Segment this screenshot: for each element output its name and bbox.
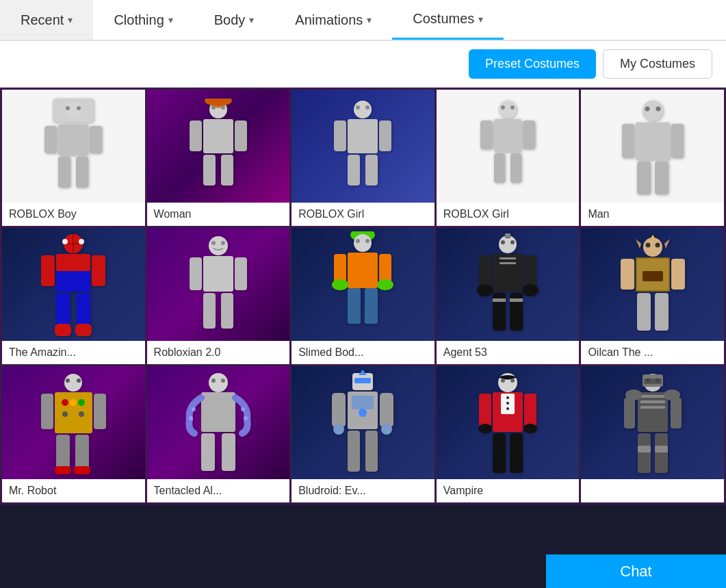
svg-point-156 [510,379,515,383]
svg-rect-32 [494,153,505,183]
svg-rect-118 [74,466,90,474]
svg-rect-83 [479,255,491,288]
nav-label-body: Body [214,12,246,28]
costume-item-roblox-girl[interactable]: ROBLOX Girl [291,90,435,226]
svg-rect-107 [55,392,92,433]
svg-point-120 [77,379,81,383]
costume-item-last[interactable] [581,366,724,502]
costume-label-last [581,479,724,490]
svg-point-130 [221,379,225,383]
preset-costumes-button[interactable]: Preset Costumes [469,49,596,79]
svg-rect-63 [221,293,233,329]
svg-point-58 [209,236,228,255]
chevron-down-icon: ▾ [249,14,254,25]
nav-item-body[interactable]: Body ▾ [194,0,275,40]
costume-item-bludroid[interactable]: Bludroid: Ev... [291,366,435,502]
svg-point-27 [365,105,370,110]
svg-rect-84 [524,255,536,288]
costume-item-robloxian2[interactable]: Robloxian 2.0 [147,228,290,364]
costume-image-oilcan [581,228,724,341]
svg-rect-166 [624,398,635,429]
svg-point-65 [221,241,225,245]
costume-item-tentacled[interactable]: Tentacled Al... [147,366,290,502]
svg-rect-56 [55,324,71,336]
svg-point-20 [354,101,372,118]
costume-image-roblox-boy [2,90,145,203]
costume-image-roblox-girl [291,90,435,203]
nav-item-animations[interactable]: Animations ▾ [274,0,392,40]
costume-image-amazing [2,228,145,341]
svg-rect-162 [640,400,665,403]
svg-marker-132 [359,370,367,375]
svg-point-148 [506,407,509,410]
svg-rect-39 [671,124,684,158]
svg-rect-59 [203,256,233,292]
svg-rect-3 [58,125,88,155]
costume-label-mrrobot: Mr. Robot [2,479,145,502]
costume-item-mrrobot[interactable]: Mr. Robot [2,366,145,502]
svg-point-136 [359,409,367,417]
costume-image-bludroid [291,366,435,479]
svg-point-67 [354,234,372,252]
svg-point-173 [656,379,660,383]
svg-rect-102 [637,293,651,331]
svg-rect-24 [348,155,360,186]
costume-label-tentacled: Tentacled Al... [147,479,290,502]
nav-label-animations: Animations [295,12,363,28]
svg-rect-171 [655,446,668,452]
costume-item-slimed[interactable]: Slimed Bod... [291,228,435,364]
costume-label-oilcan: Oilcan The ... [581,341,724,364]
costume-item-vampire[interactable]: Vampire [437,366,580,502]
costume-item-man[interactable]: Man [581,90,724,226]
chevron-down-icon: ▾ [478,14,483,25]
costume-item-agent53[interactable]: Agent 53 [437,228,580,364]
nav-item-recent[interactable]: Recent ▾ [0,0,93,40]
costume-label-bludroid: Bludroid: Ev... [291,479,435,502]
svg-point-34 [501,105,505,110]
costume-label-agent53: Agent 53 [437,341,580,364]
nav-label-costumes: Costumes [413,11,474,27]
svg-point-48 [62,239,68,244]
svg-point-12 [205,99,232,106]
svg-point-26 [356,105,360,110]
costume-item-amazing[interactable]: The Amazin... [2,228,145,364]
svg-rect-154 [510,433,523,473]
svg-point-147 [506,402,509,405]
svg-rect-141 [348,431,360,472]
nav-bar: Recent ▾ Clothing ▾ Body ▾ Animations ▾ … [0,0,726,41]
costume-label-slimed: Slimed Bod... [291,341,435,364]
svg-point-111 [62,411,68,417]
svg-rect-117 [55,466,71,474]
svg-point-140 [381,424,392,435]
svg-point-43 [656,106,660,111]
svg-rect-37 [636,123,670,160]
svg-point-75 [356,239,360,243]
svg-rect-80 [493,254,523,292]
svg-point-42 [645,106,649,111]
costume-image-mrrobot [2,366,145,479]
costume-item-roblox-girl2[interactable]: ROBLOX Girl [437,90,580,226]
svg-point-64 [211,241,216,245]
svg-rect-135 [352,396,374,409]
chat-button[interactable]: Chat [546,554,726,588]
svg-point-18 [211,105,216,110]
svg-point-8 [66,106,70,110]
svg-point-2 [65,102,81,118]
nav-item-costumes[interactable]: Costumes ▾ [392,0,504,40]
svg-point-49 [79,239,84,244]
svg-rect-38 [622,124,634,158]
costume-item-roblox-boy[interactable]: ROBLOX Boy [2,90,145,226]
svg-point-146 [506,396,509,399]
svg-rect-68 [348,253,378,288]
svg-rect-40 [637,162,651,194]
svg-rect-53 [92,255,105,286]
svg-point-123 [192,407,196,411]
svg-point-85 [477,284,493,296]
svg-point-104 [645,242,650,247]
costume-item-oilcan[interactable]: Oilcan The ... [581,228,724,364]
my-costumes-button[interactable]: My Costumes [603,49,712,79]
svg-point-105 [655,242,660,247]
costume-image-man [581,90,724,203]
nav-item-clothing[interactable]: Clothing ▾ [93,0,193,40]
costume-item-woman[interactable]: Woman [147,90,290,226]
